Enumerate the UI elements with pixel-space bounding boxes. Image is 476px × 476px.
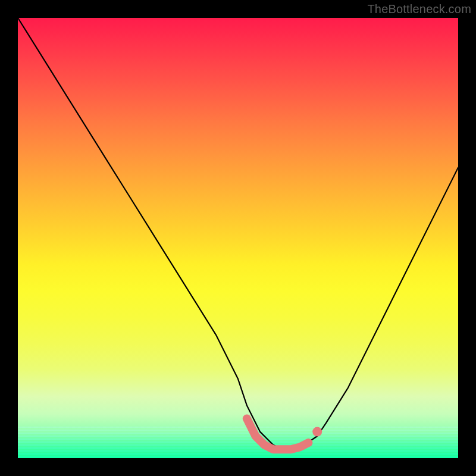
- highlight-dot-right: [312, 427, 322, 437]
- chart-frame: TheBottleneck.com: [0, 0, 476, 476]
- plot-area: [18, 18, 458, 458]
- watermark-text: TheBottleneck.com: [367, 2, 471, 16]
- curve-layer: [18, 18, 458, 458]
- bottleneck-curve: [18, 18, 458, 449]
